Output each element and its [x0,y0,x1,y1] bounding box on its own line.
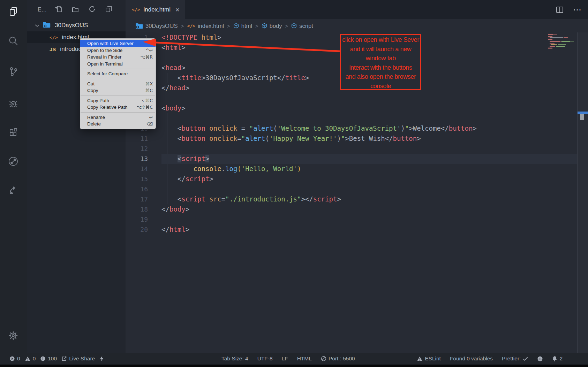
breadcrumb-item-script[interactable]: script [291,23,313,29]
activity-source-control-icon[interactable] [6,64,21,79]
code-token: = [237,124,249,132]
menu-item-shortcut: ^↩ [145,47,153,54]
code-line-15[interactable]: </script> [161,174,577,184]
smiley-icon [537,356,543,362]
activity-settings-icon[interactable] [6,328,21,344]
status-item-2[interactable]: 2 [552,355,563,362]
menu-item-reveal-in-finder[interactable]: Reveal in Finder⌥⌘R [80,54,156,61]
tree-folder-30daysofjs[interactable]: 30DaysOfJS [27,20,126,31]
menu-item-copy-relative-path[interactable]: Copy Relative Path⌥⇧⌘C [80,104,156,111]
code-token: < [178,155,181,162]
new-file-button[interactable] [54,5,63,15]
refresh-icon [88,5,96,15]
code-token: ( [237,165,241,173]
activity-share-feedback-icon[interactable] [6,183,21,198]
code-token: </ [161,84,169,92]
code-token: > [181,64,185,71]
code-line-8[interactable]: <body> [161,103,577,113]
share-icon [61,356,67,361]
status-label: 0 [33,355,36,362]
menu-item-select-for-compare[interactable]: Select for Compare [80,70,156,77]
status-item-smiley[interactable] [537,356,543,362]
collapse-all-button[interactable] [104,5,114,15]
line-number: 19 [126,214,148,224]
status-item-100[interactable]: 100 [40,355,57,362]
split-editor-icon[interactable] [556,6,564,14]
status-item-html[interactable]: HTML [297,355,312,362]
code-token: > [217,33,221,41]
activity-explorer-icon[interactable] [6,4,21,20]
code-line-16[interactable] [161,184,577,194]
code-line-17[interactable]: <script src="./introduction.js"></script… [161,194,577,204]
menu-item-open-to-the-side[interactable]: Open to the Side^↩ [80,47,156,54]
status-label: 2 [559,355,563,362]
code-line-7[interactable] [161,93,577,103]
code-line-13[interactable]: <script> [161,154,577,164]
activity-extensions-icon[interactable] [6,125,21,141]
code-token: >Welcome</ [409,124,448,132]
menu-item-open-in-terminal[interactable]: Open in Terminal [80,61,156,68]
status-item-lightning[interactable] [99,355,104,362]
status-item-lf[interactable]: LF [282,355,288,362]
menu-item-label: Cut [87,81,95,87]
menu-item-delete[interactable]: Delete⌫ [80,121,156,128]
tab-index-html[interactable]: </> index.html × [126,0,185,19]
status-item-tab-size-4[interactable]: Tab Size: 4 [221,355,248,362]
menu-item-label: Select for Compare [87,70,128,77]
code-token: > [337,195,341,203]
breadcrumb-item-index-html[interactable]: </>index.html [187,23,224,29]
code-line-14[interactable]: console.log('Hello, World') [161,164,577,174]
breadcrumb-label: 30DaysOfJS [145,23,178,29]
new-file-icon [54,5,63,15]
status-item-0[interactable]: 0 [9,355,20,362]
activity-search-icon[interactable] [6,33,21,49]
scrollbar-thumb[interactable] [580,114,584,120]
status-item-port-5500[interactable]: Port : 5500 [321,355,355,362]
status-label: UTF-8 [257,355,273,362]
more-actions-icon[interactable]: ⋯ [573,5,582,15]
activity-live-share-icon[interactable] [6,154,21,169]
status-item-utf-8[interactable]: UTF-8 [257,355,273,362]
status-item-live-share[interactable]: Live Share [61,355,95,362]
minimap-line [548,48,576,49]
status-item-eslint[interactable]: ESLint [417,355,441,362]
scrollbar[interactable] [577,32,588,353]
code-line-11[interactable]: <button onclick="alert('Happy New Year!'… [161,133,577,144]
collapse-all-icon [105,5,113,15]
code-line-9[interactable] [161,113,577,123]
breadcrumb-item-30daysofjs[interactable]: 30DaysOfJS [135,23,178,29]
menu-item-rename[interactable]: Rename↩ [80,114,156,121]
menu-item-copy-path[interactable]: Copy Path⌥⌘C [80,97,156,104]
minimap-segment [548,48,552,49]
activity-run-debug-icon[interactable] [6,96,21,112]
code-token: > [181,104,185,112]
code-line-18[interactable]: </body> [161,204,577,214]
breadcrumb-item-html[interactable]: html [233,23,252,29]
code-token: ( [265,135,269,142]
status-item-found-0-variables[interactable]: Found 0 variables [450,355,493,362]
code-line-10[interactable]: <button onclick = "alert('Welcome to 30D… [161,123,577,133]
line-number: 13 [126,154,148,164]
refresh-button[interactable] [87,5,97,15]
menu-item-label: Reveal in Finder [87,54,121,61]
status-label: Tab Size: 4 [221,355,248,362]
check-icon [523,357,528,361]
status-item-prettier-[interactable]: Prettier: [502,355,528,362]
menu-item-open-with-live-server[interactable]: Open with Live Server [80,40,156,47]
menu-item-label: Delete [87,121,101,128]
menu-item-copy[interactable]: Copy⌘C [80,87,156,94]
status-right: ESLintFound 0 variablesPrettier:2 [417,353,563,365]
close-icon[interactable]: × [175,6,180,13]
code-line-19[interactable] [161,214,577,224]
line-number: 11 [126,133,148,144]
editor-actions: ⋯ [556,0,582,19]
html-file-icon: </> [50,35,58,40]
code-line-12[interactable] [161,144,577,154]
code-line-20[interactable]: </html> [161,224,577,235]
breadcrumb-item-body[interactable]: body [262,23,282,29]
menu-item-label: Open in Terminal [87,61,123,68]
new-folder-button[interactable] [70,5,80,15]
status-label: HTML [297,355,312,362]
menu-item-cut[interactable]: Cut⌘X [80,81,156,87]
status-item-0[interactable]: 0 [25,355,36,362]
